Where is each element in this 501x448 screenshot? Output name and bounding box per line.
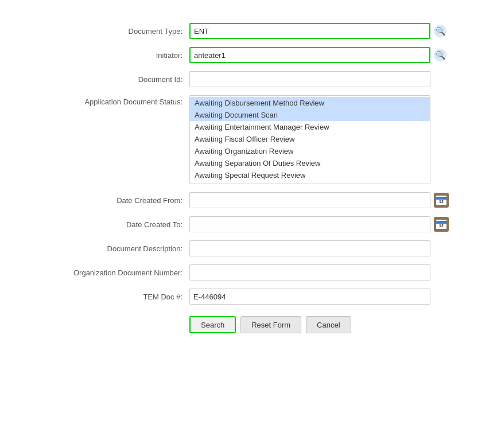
date-created-from-label: Date Created From: <box>23 196 189 205</box>
initiator-row: Initiator: 🔍 <box>23 47 478 63</box>
initiator-search-button[interactable]: 🔍 <box>434 49 446 61</box>
document-type-label: Document Type: <box>23 27 189 36</box>
date-created-from-input[interactable] <box>189 192 430 208</box>
buttons-row: Search Reset Form Cancel <box>23 316 478 333</box>
tem-doc-label: TEM Doc #: <box>23 293 189 301</box>
doc-description-input[interactable] <box>189 240 430 256</box>
app-doc-status-field: Awaiting Disbursement Method Review Awai… <box>189 95 478 184</box>
search-icon: 🔍 <box>434 49 446 61</box>
document-type-search-button[interactable]: 🔍 <box>434 25 446 37</box>
date-created-from-calendar-button[interactable]: 12 <box>434 193 449 208</box>
date-created-from-field: 12 <box>189 192 478 208</box>
tem-doc-field <box>189 289 478 305</box>
search-form: Document Type: 🔍 Initiator: 🔍 Document I… <box>0 11 501 345</box>
list-item[interactable]: Awaiting Disbursement Method Review <box>190 97 430 109</box>
document-type-field: 🔍 <box>189 23 478 39</box>
date-created-to-input[interactable] <box>189 216 430 232</box>
doc-description-label: Document Description: <box>23 244 189 253</box>
reset-form-button[interactable]: Reset Form <box>240 316 301 333</box>
date-created-from-row: Date Created From: 12 <box>23 192 478 208</box>
org-doc-number-field <box>189 264 478 281</box>
app-doc-status-label: Application Document Status: <box>23 95 189 106</box>
document-id-row: Document Id: <box>23 71 478 87</box>
document-id-label: Document Id: <box>23 75 189 84</box>
calendar-inner: 12 <box>436 220 446 229</box>
tem-doc-row: TEM Doc #: <box>23 289 478 305</box>
tem-doc-input[interactable] <box>189 289 430 305</box>
calendar-icon: 12 <box>434 217 449 232</box>
doc-description-row: Document Description: <box>23 240 478 256</box>
org-doc-number-input[interactable] <box>189 264 430 281</box>
app-doc-status-row: Application Document Status: Awaiting Di… <box>23 95 478 184</box>
initiator-field: 🔍 <box>189 47 478 63</box>
list-item[interactable]: Awaiting Entertainment Manager Review <box>190 121 430 133</box>
list-item[interactable]: Awaiting Separation Of Duties Review <box>190 157 430 169</box>
org-doc-number-label: Organization Document Number: <box>23 268 189 277</box>
search-icon: 🔍 <box>434 25 446 37</box>
date-created-to-row: Date Created To: 12 <box>23 216 478 232</box>
list-item[interactable]: Awaiting Special Request Review <box>190 169 430 181</box>
cancel-button[interactable]: Cancel <box>306 316 351 333</box>
document-type-input[interactable] <box>189 23 430 39</box>
calendar-icon: 12 <box>434 193 449 208</box>
search-button[interactable]: Search <box>189 316 236 333</box>
status-listbox[interactable]: Awaiting Disbursement Method Review Awai… <box>189 95 430 184</box>
date-created-to-label: Date Created To: <box>23 220 189 229</box>
document-type-row: Document Type: 🔍 <box>23 23 478 39</box>
document-id-field <box>189 71 478 87</box>
org-doc-number-row: Organization Document Number: <box>23 264 478 281</box>
doc-description-field <box>189 240 478 256</box>
list-item[interactable]: Awaiting Fiscal Officer Review <box>190 133 430 145</box>
initiator-input[interactable] <box>189 47 430 63</box>
date-created-to-calendar-button[interactable]: 12 <box>434 217 449 232</box>
document-id-input[interactable] <box>189 71 430 87</box>
calendar-inner: 12 <box>436 196 446 205</box>
list-item[interactable]: Awaiting Organization Review <box>190 145 430 157</box>
date-created-to-field: 12 <box>189 216 478 232</box>
list-item[interactable]: Awaiting Document Scan <box>190 109 430 121</box>
initiator-label: Initiator: <box>23 51 189 60</box>
